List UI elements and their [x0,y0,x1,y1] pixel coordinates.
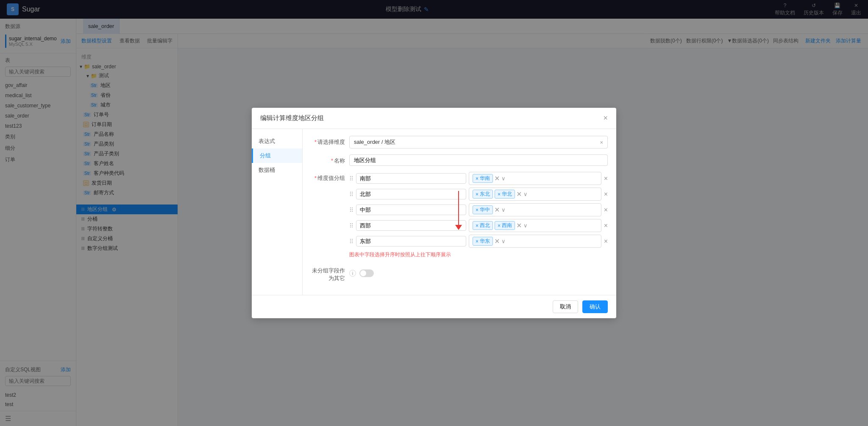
confirm-button[interactable]: 确认 [582,300,608,313]
group-name-cell-1 [356,173,466,184]
dimension-select[interactable]: sale_order / 地区 × [349,136,608,149]
cancel-button[interactable]: 取消 [553,300,578,313]
group-row-dongbu: ⠿ × 华东 × ∨ [349,235,608,248]
tag-text: 华南 [480,175,490,182]
modal-overlay: 编辑计算维度地区分组 × 表达式 分组 数据桶 请选择维度 sale_order… [0,0,868,426]
nav-item-expression[interactable]: 表达式 [252,134,302,149]
tag-huabei-x[interactable]: × [498,191,501,197]
group-name-cell-2 [356,189,466,199]
group-row-beibu: ⠿ × 东北 × [349,188,608,201]
name-control [349,154,608,166]
group-row-nanbu: ⠿ × 华南 × ∨ [349,172,608,185]
drag-handle-2[interactable]: ⠿ [349,191,353,198]
tag-xinan-x[interactable]: × [498,223,501,229]
group-control: ⠿ × 华南 × ∨ [349,172,608,258]
ungroup-toggle[interactable] [359,269,374,277]
modal-title: 编辑计算维度地区分组 [260,114,324,122]
row-delete-3[interactable]: × [604,206,608,214]
name-input[interactable] [349,154,608,166]
tag-huabei: × 华北 [495,190,515,199]
dropdown-arrow-4[interactable]: ∨ [523,222,528,229]
modal: 编辑计算维度地区分组 × 表达式 分组 数据桶 请选择维度 sale_order… [252,108,616,318]
dimension-row: 请选择维度 sale_order / 地区 × [311,136,608,149]
dropdown-arrow-1[interactable]: ∨ [501,175,506,182]
group-name-cell-4 [356,220,466,231]
modal-content: 请选择维度 sale_order / 地区 × 名称 [303,129,616,295]
dropdown-arrow-5[interactable]: ∨ [501,238,506,244]
dropdown-arrow-2[interactable]: ∨ [523,191,528,197]
name-label: 名称 [311,154,345,165]
group-values-cell-2[interactable]: × 东北 × 华北 × ∨ [469,188,601,201]
group-values-cell-1[interactable]: × 华南 × ∨ [469,172,601,185]
tag-clear-3[interactable]: × [495,205,500,215]
tag-clear-4[interactable]: × [517,221,522,230]
modal-body: 表达式 分组 数据桶 请选择维度 sale_order / 地区 × [252,129,616,295]
modal-header: 编辑计算维度地区分组 × [252,108,616,129]
tag-huanan: × 华南 [473,174,493,183]
drag-handle-1[interactable]: ⠿ [349,175,353,182]
group-table: ⠿ × 华南 × ∨ [349,172,608,258]
nav-item-bucket[interactable]: 数据桶 [252,163,302,177]
tag-label: × [476,176,479,182]
group-values-cell-5[interactable]: × 华东 × ∨ [469,235,601,248]
group-name-input-5[interactable] [356,236,466,247]
modal-footer: 取消 确认 [252,295,616,318]
tag-huazhong-x[interactable]: × [476,207,479,213]
ungroup-label: 未分组字段作为其它 [311,264,345,282]
toggle-wrap: i [349,269,608,277]
toggle-knob [360,270,366,276]
ungroup-row: 未分组字段作为其它 i [311,264,608,282]
modal-nav: 表达式 分组 数据桶 [252,129,303,295]
nav-item-group[interactable]: 分组 [252,149,302,163]
tag-huadong: × 华东 [473,237,493,246]
tag-xibei-text: 西北 [480,222,490,229]
hint-text: 图表中字段选择升序时按照从上往下顺序展示 [349,251,608,258]
group-name-input-3[interactable] [356,205,466,215]
tag-dongbei: × 东北 [473,190,493,199]
group-name-input-2[interactable] [356,189,466,199]
group-row-zhongbu: ⠿ × 华中 × ∨ [349,203,608,216]
tag-huadong-text: 华东 [480,238,490,245]
tag-huabei-text: 华北 [502,191,512,198]
group-label: 维度值分组 [311,172,345,182]
tag-huazhong-text: 华中 [480,206,490,213]
dimension-label: 请选择维度 [311,136,345,146]
name-row: 名称 [311,154,608,166]
tag-dongbei-x[interactable]: × [476,191,479,197]
group-name-cell-5 [356,236,466,247]
row-delete-5[interactable]: × [604,238,608,245]
tag-clear-1[interactable]: × [495,174,500,183]
group-name-input-1[interactable] [356,173,466,184]
tag-xibei-x[interactable]: × [476,223,479,229]
row-delete-2[interactable]: × [604,191,608,198]
dimension-control: sale_order / 地区 × [349,136,608,149]
drag-handle-3[interactable]: ⠿ [349,207,353,213]
dimension-value: sale_order / 地区 [354,138,395,146]
row-delete-1[interactable]: × [604,175,608,182]
group-name-input-4[interactable] [356,220,466,231]
group-row-container: 维度值分组 ⠿ × [311,172,608,258]
drag-handle-4[interactable]: ⠿ [349,222,353,229]
drag-handle-5[interactable]: ⠿ [349,238,353,245]
group-name-cell-3 [356,205,466,215]
tag-clear-5[interactable]: × [495,236,500,246]
tag-clear-2[interactable]: × [517,189,522,199]
group-row-xibu: ⠿ × 西北 × [349,219,608,232]
dimension-clear-icon[interactable]: × [600,139,603,146]
row-delete-4[interactable]: × [604,222,608,230]
tag-xibei: × 西北 [473,221,493,230]
modal-close-button[interactable]: × [603,114,608,123]
tag-huazhong: × 华中 [473,205,493,214]
tag-huadong-x[interactable]: × [476,238,479,244]
dropdown-arrow-3[interactable]: ∨ [501,207,506,213]
tag-dongbei-text: 东北 [480,191,490,198]
toggle-info-icon[interactable]: i [349,270,356,277]
tag-xinan-text: 西南 [502,222,512,229]
group-values-cell-3[interactable]: × 华中 × ∨ [469,203,601,216]
tag-xinan: × 西南 [495,221,515,230]
group-values-cell-4[interactable]: × 西北 × 西南 × ∨ [469,219,601,232]
drag-arrow-indicator [455,191,462,230]
